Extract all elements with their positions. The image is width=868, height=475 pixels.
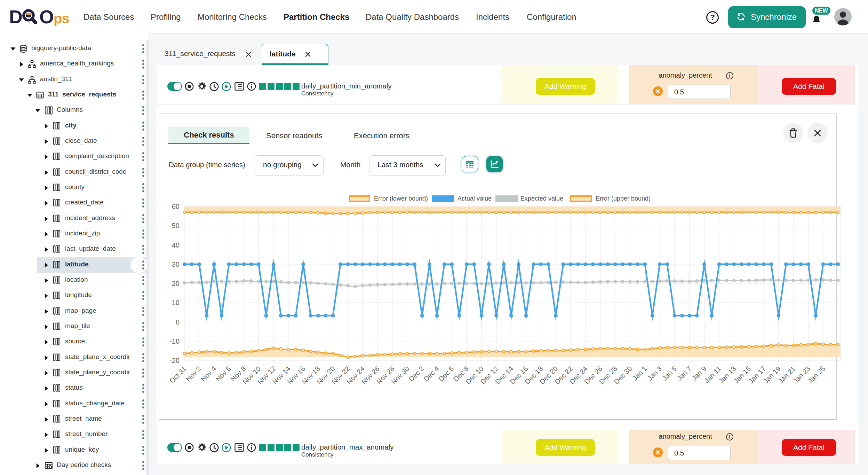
svg-text:-10: -10 [169,337,180,345]
svg-text:30: 30 [172,260,180,268]
svg-text:Oct 31: Oct 31 [168,365,188,384]
svg-text:Nov 4: Nov 4 [199,365,218,383]
svg-text:20: 20 [172,280,180,287]
svg-text:Jan 3: Jan 3 [646,365,663,382]
svg-text:-20: -20 [169,357,180,364]
svg-text:Dec 4: Dec 4 [422,365,440,383]
svg-text:Nov 2: Nov 2 [184,365,203,383]
svg-text:Dec 2: Dec 2 [407,365,426,383]
svg-text:Jan 7: Jan 7 [675,365,693,382]
svg-text:Jan 5: Jan 5 [661,365,678,382]
svg-text:50: 50 [172,222,180,229]
svg-text:10: 10 [172,299,180,306]
svg-text:40: 40 [172,241,180,249]
svg-text:Nov 6: Nov 6 [214,365,232,383]
svg-text:Dec 6: Dec 6 [437,365,455,383]
svg-text:Jan 25: Jan 25 [806,365,827,385]
svg-text:60: 60 [172,203,180,210]
svg-text:Jan 1: Jan 1 [631,365,648,382]
svg-text:0: 0 [176,318,180,326]
